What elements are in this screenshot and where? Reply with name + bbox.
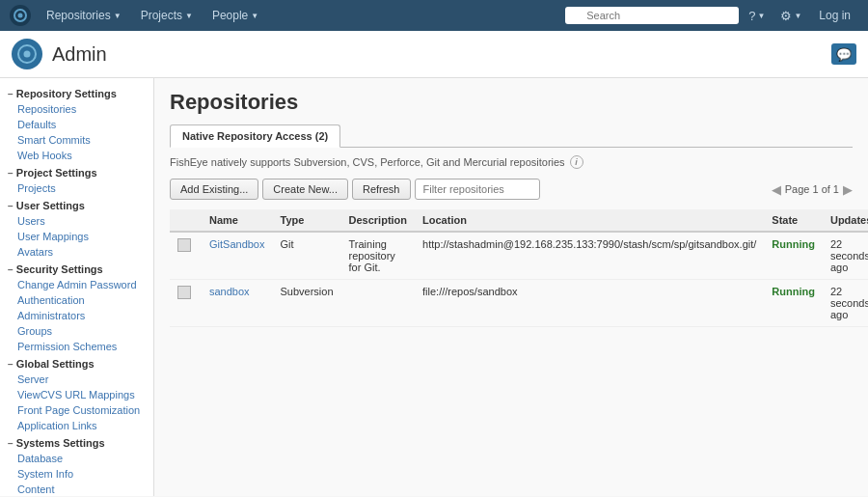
info-icon: i [570,155,583,169]
settings-button[interactable]: ⚙ ▼ [774,0,807,31]
sidebar-link-repositories[interactable]: Repositories [0,101,153,117]
app-logo [12,39,42,69]
page-title: Repositories [170,90,853,115]
people-chevron-icon: ▼ [251,12,258,20]
sidebar-link-server[interactable]: Server [0,372,153,387]
app-logo-nav[interactable] [10,5,31,26]
sidebar-link-viewcvs[interactable]: ViewCVS URL Mappings [0,387,153,402]
sidebar-section-security-settings: − Security Settings [0,260,153,277]
collapse-security-settings[interactable]: − [8,264,14,275]
sidebar-link-web-hooks[interactable]: Web Hooks [0,148,153,163]
sidebar-link-users[interactable]: Users [0,213,153,229]
repositories-chevron-icon: ▼ [114,12,122,20]
projects-chevron-icon: ▼ [185,12,193,20]
collapse-repository-settings[interactable]: − [8,89,14,99]
sidebar-link-application-links[interactable]: Application Links [0,418,153,433]
collapse-project-settings[interactable]: − [8,168,14,179]
sidebar-link-change-admin-password[interactable]: Change Admin Password [0,277,153,292]
tab-native-repository-access[interactable]: Native Repository Access (2) [170,124,340,148]
search-input[interactable] [565,7,739,24]
repo-link-sandbox[interactable]: sandbox [209,286,250,297]
sidebar-link-administrators[interactable]: Administrators [0,308,153,323]
sidebar-link-authentication[interactable]: Authentication [0,292,153,308]
info-bar: FishEye natively supports Subversion, CV… [170,155,853,169]
create-new-button[interactable]: Create New... [262,179,348,200]
sidebar-link-user-mappings[interactable]: User Mappings [0,229,153,244]
sidebar-link-content[interactable]: Content [0,482,153,496]
table-row: GitSandbox Git Training repository for G… [170,232,868,280]
repo-icon-git [177,238,191,252]
state-badge-gitsandbox: Running [772,238,815,250]
nav-projects[interactable]: Projects ▼ [133,0,201,31]
nav-people[interactable]: People ▼ [204,0,266,31]
settings-chevron-icon: ▼ [794,12,801,20]
col-name: Name [202,209,272,232]
help-chevron-icon: ▼ [757,12,765,20]
next-page-button[interactable]: ▶ [843,182,853,197]
sidebar-link-smart-commits[interactable]: Smart Commits [0,132,153,148]
sidebar-section-systems-settings: − Systems Settings [0,433,153,451]
sidebar-link-defaults[interactable]: Defaults [0,117,153,132]
sidebar-section-repository-settings: − Repository Settings [0,84,153,101]
refresh-button[interactable]: Refresh [352,179,411,200]
app-header: Admin 💬 [0,31,868,78]
repo-link-gitsandbox[interactable]: GitSandbox [209,238,264,250]
login-button[interactable]: Log in [811,0,858,31]
sidebar-link-avatars[interactable]: Avatars [0,244,153,260]
pagination: ◀ Page 1 of 1 ▶ [772,182,853,197]
repo-icon-svn [177,286,191,299]
state-badge-sandbox: Running [772,286,815,297]
sidebar-link-database[interactable]: Database [0,451,153,466]
sidebar-section-user-settings: − User Settings [0,196,153,213]
main-layout: − Repository Settings Repositories Defau… [0,78,868,496]
previous-page-button[interactable]: ◀ [772,182,781,197]
chat-icon-button[interactable]: 💬 [831,43,856,65]
sidebar-link-permission-schemes[interactable]: Permission Schemes [0,339,153,354]
add-existing-button[interactable]: Add Existing... [170,179,258,200]
table-row: sandbox Subversion file:///repos/sandbox… [170,280,868,327]
toolbar: Add Existing... Create New... Refresh ◀ … [170,179,853,200]
sidebar-link-front-page[interactable]: Front Page Customization [0,402,153,418]
col-icon [170,209,202,232]
col-state: State [764,209,823,232]
help-button[interactable]: ? ▼ [743,0,771,31]
search-wrap: 🔍 [565,7,739,24]
collapse-global-settings[interactable]: − [8,359,14,370]
col-updates: Updates [823,209,868,232]
app-title: Admin [52,43,107,66]
main-content: Repositories Native Repository Access (2… [154,78,868,496]
col-location: Location [415,209,764,232]
sidebar: − Repository Settings Repositories Defau… [0,78,154,496]
nav-repositories[interactable]: Repositories ▼ [39,0,129,31]
top-navigation: Repositories ▼ Projects ▼ People ▼ 🔍 ? ▼… [0,0,868,31]
sidebar-link-projects[interactable]: Projects [0,180,153,196]
tab-bar: Native Repository Access (2) [170,124,853,148]
sidebar-section-project-settings: − Project Settings [0,163,153,180]
filter-repositories-input[interactable] [415,179,540,200]
collapse-systems-settings[interactable]: − [8,438,14,449]
col-description: Description [341,209,416,232]
sidebar-section-global-settings: − Global Settings [0,354,153,372]
repositories-table: Name Type Description Location State Upd… [170,209,868,327]
col-type: Type [272,209,340,232]
sidebar-link-system-info[interactable]: System Info [0,466,153,482]
chat-icon: 💬 [836,47,852,62]
collapse-user-settings[interactable]: − [8,201,14,211]
sidebar-link-groups[interactable]: Groups [0,323,153,339]
